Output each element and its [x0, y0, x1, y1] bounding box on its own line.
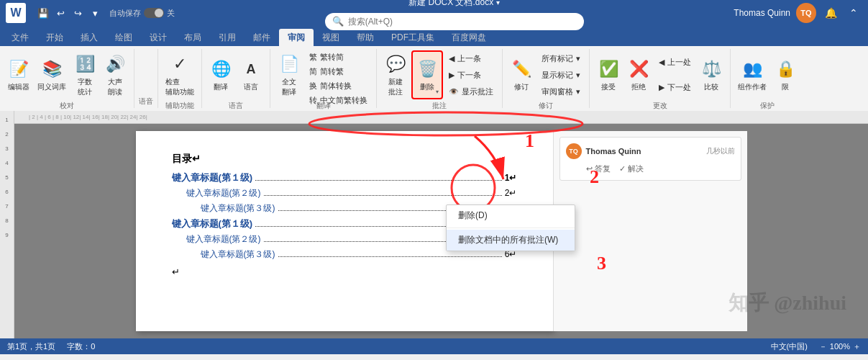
review-pane-btn[interactable]: 审阅窗格 ▾ — [537, 84, 585, 99]
group-translate: 📄 全文翻译 繁繁转简 简简转繁 换简体转换 转中文简繁转换 翻译 — [270, 49, 377, 108]
simp-convert-btn[interactable]: 换简体转换 — [305, 79, 372, 93]
new-comment-btn[interactable]: 💬 新建批注 — [381, 50, 410, 99]
tab-review[interactable]: 审阅 — [279, 29, 314, 46]
simp-icon: 简 — [309, 66, 317, 77]
thesaurus-btn[interactable]: 📚 同义词库 — [35, 50, 69, 99]
delete-comment-btn[interactable]: 🗑️ 删除 ▾ — [411, 50, 443, 99]
next-change-icon: ▶ — [659, 83, 664, 92]
tab-references[interactable]: 引用 — [210, 29, 245, 46]
save-quick-btn[interactable]: 💾 — [36, 6, 50, 20]
change-nav-col: ◀ 上一处 ▶ 下一处 — [654, 50, 695, 99]
translate-icon: 🌐 — [209, 58, 232, 81]
group-changes: ✅ 接受 ❌ 拒绝 ◀ 上一处 ▶ 下一处 ⚖️ 比较 更改 — [590, 49, 731, 108]
more-quick-btn[interactable]: ▾ — [88, 6, 102, 20]
toc-entry-2: 键入章标题(第２级) 2↵ — [186, 187, 517, 199]
tab-mail[interactable]: 邮件 — [245, 29, 279, 46]
restrict-btn[interactable]: 🔒 限 — [771, 50, 800, 99]
translate-buttons: 📄 全文翻译 繁繁转简 简简转繁 换简体转换 转中文简繁转换 — [275, 50, 372, 99]
wordcount-btn[interactable]: 🔢 字数统计 — [70, 50, 99, 99]
wordcount-icon: 🔢 — [73, 53, 96, 76]
tab-draw[interactable]: 绘图 — [106, 29, 141, 46]
show-comments-btn[interactable]: 👁️ 显示批注 — [444, 84, 498, 99]
group-voice-label: 语音 — [139, 96, 153, 107]
redo-btn[interactable]: ↪ — [70, 6, 85, 20]
doc-scroll: 目录↵ 键入章标题(第１级) 1↵ 键入章标题(第２级) 2↵ 键入章标题(第３… — [14, 124, 868, 338]
tab-file[interactable]: 文件 — [3, 29, 37, 46]
undo-btn[interactable]: ↩ — [53, 6, 68, 20]
prev-comment-btn[interactable]: ◀ 上一条 — [444, 50, 498, 66]
zhcn-convert-btn[interactable]: 转中文简繁转换 — [305, 94, 372, 107]
tab-baidu[interactable]: 百度网盘 — [443, 29, 495, 46]
comments-buttons: 💬 新建批注 🗑️ 删除 ▾ ◀ 上一条 ▶ 下一条 👁️ 显示批注 — [381, 50, 498, 99]
track-btn[interactable]: ✏️ 修订 — [507, 50, 536, 99]
next-icon: ▶ — [449, 71, 454, 80]
prev-change-btn[interactable]: ◀ 上一处 — [654, 55, 695, 71]
toc-title: 目录↵ — [172, 153, 517, 166]
tab-insert[interactable]: 插入 — [72, 29, 106, 46]
next-change-btn[interactable]: ▶ 下一处 — [654, 79, 695, 95]
prev-change-icon: ◀ — [659, 58, 664, 67]
search-input[interactable] — [348, 17, 577, 27]
reply-btn[interactable]: ↩ 答复 — [586, 163, 611, 174]
tab-help[interactable]: 帮助 — [348, 29, 383, 46]
lang-btn[interactable]: A 语言 — [237, 50, 265, 99]
filename[interactable]: 新建 DOCX 文档.docx — [408, 0, 493, 9]
simp-trad-col: 繁繁转简 简简转繁 换简体转换 转中文简繁转换 — [305, 50, 372, 99]
delete-icon: 🗑️ — [416, 58, 439, 81]
group-changes-label: 更改 — [653, 101, 667, 111]
next-comment-btn[interactable]: ▶ 下一条 — [444, 67, 498, 83]
comment-header: TQ Thomas Quinn 几秒以前 — [566, 143, 735, 159]
coauthor-btn[interactable]: 👥 组作作者 — [735, 50, 769, 99]
autosave-toggle[interactable] — [144, 8, 164, 18]
tab-view[interactable]: 视图 — [314, 29, 348, 46]
tab-layout[interactable]: 布局 — [175, 29, 210, 46]
delete-dropdown-arrow[interactable]: ▾ — [436, 89, 439, 95]
comment-time: 几秒以前 — [706, 146, 735, 156]
tts-btn[interactable]: 🔊 大声朗读 — [101, 50, 129, 99]
editor-btn[interactable]: 📝 编辑器 — [4, 50, 33, 99]
quick-access: 💾 ↩ ↪ ▾ — [36, 6, 102, 20]
trad-to-simp-btn[interactable]: 繁繁转简 — [305, 50, 372, 64]
ruler-top: | 2 | 4 | 6 | 8 | 10| 12| 14| 16| 18| 20… — [14, 111, 868, 124]
tts-icon: 🔊 — [104, 53, 127, 76]
simp-to-trad-btn[interactable]: 简简转繁 — [305, 65, 372, 78]
zoom-control[interactable]: － 100% ＋ — [819, 341, 861, 352]
all-markup-btn[interactable]: 所有标记 ▾ — [537, 50, 585, 66]
word-count: 字数：0 — [67, 341, 95, 352]
compare-btn[interactable]: ⚖️ 比较 — [697, 50, 726, 99]
ribbon-collapse-icon[interactable]: ⌃ — [845, 4, 862, 22]
filename-dropdown[interactable]: ▾ — [496, 0, 500, 6]
reject-btn[interactable]: ❌ 拒绝 — [624, 50, 653, 99]
reject-icon: ❌ — [627, 58, 650, 81]
delete-all-item[interactable]: 删除文档中的所有批注(W) — [447, 230, 575, 251]
tab-pdf[interactable]: PDF工具集 — [383, 29, 443, 46]
check-access-icon: ✓ — [168, 53, 191, 76]
show-markup-btn[interactable]: 显示标记 ▾ — [537, 67, 585, 83]
avatar[interactable]: TQ — [796, 3, 816, 23]
group-proofing: 📝 编辑器 📚 同义词库 🔢 字数统计 🔊 大声朗读 校对 — [0, 49, 134, 108]
accept-btn[interactable]: ✅ 接受 — [594, 50, 623, 99]
group-voice: 语音 — [134, 49, 158, 108]
tab-design[interactable]: 设计 — [141, 29, 175, 46]
editor-icon: 📝 — [7, 58, 30, 81]
tab-home[interactable]: 开始 — [37, 29, 72, 46]
search-box[interactable]: 🔍 — [325, 13, 584, 30]
toc-entry-1: 键入章标题(第１级) 1↵ — [172, 171, 517, 184]
translate-btn[interactable]: 🌐 翻译 — [206, 50, 235, 99]
notifications-icon[interactable]: 🔔 — [822, 4, 839, 22]
delete-single-item[interactable]: 删除(D) — [447, 205, 575, 226]
check-access-btn[interactable]: ✓ 检查辅助功能 — [163, 50, 197, 99]
track-buttons: ✏️ 修订 所有标记 ▾ 显示标记 ▾ 审阅窗格 ▾ — [507, 50, 585, 99]
fulltrans-btn[interactable]: 📄 全文翻译 — [275, 50, 303, 99]
group-proofing-label: 校对 — [60, 101, 74, 111]
delete-dropdown-menu: 删除(D) 删除文档中的所有批注(W) — [446, 204, 575, 251]
doc-area: 1 2 3 4 5 6 7 8 9 | 2 | 4 | 6 | 8 | 10| … — [0, 111, 868, 338]
logo-area: W 💾 ↩ ↪ ▾ 自动保存 关 — [6, 3, 175, 23]
ribbon-content: 📝 编辑器 📚 同义词库 🔢 字数统计 🔊 大声朗读 校对 语音 — [0, 46, 868, 111]
title-center: 新建 DOCX 文档.docx ▾ 🔍 — [175, 0, 734, 30]
group-comments-label: 批注 — [432, 101, 447, 111]
resolve-btn[interactable]: ✓ 解决 — [619, 163, 644, 174]
track-icon: ✏️ — [510, 58, 533, 81]
show-markup-dropdown: ▾ — [576, 71, 580, 80]
resolve-icon: ✓ — [619, 164, 626, 174]
